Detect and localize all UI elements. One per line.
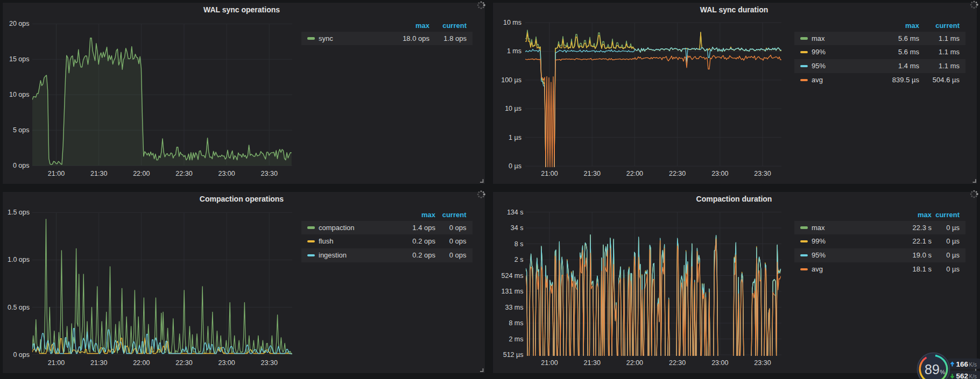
- svg-text:%: %: [940, 369, 946, 375]
- svg-text:K/s: K/s: [969, 362, 977, 368]
- svg-text:166: 166: [956, 360, 968, 368]
- svg-text:562: 562: [956, 372, 968, 379]
- svg-text:89: 89: [925, 362, 940, 377]
- svg-text:K/s: K/s: [969, 374, 977, 379]
